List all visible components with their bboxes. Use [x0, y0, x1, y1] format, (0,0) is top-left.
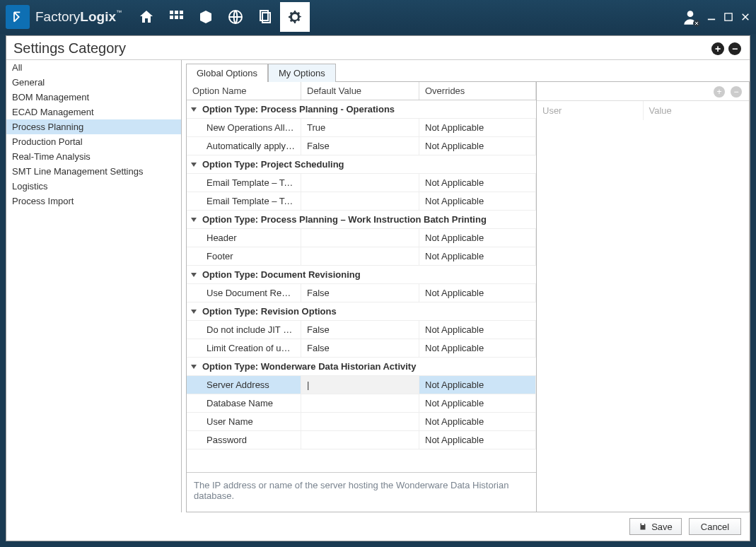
- cell-default-value[interactable]: False: [301, 284, 419, 302]
- sidebar-item[interactable]: Process Import: [6, 194, 181, 208]
- override-remove-button[interactable]: −: [731, 86, 742, 98]
- gear-icon[interactable]: [280, 2, 310, 32]
- option-row[interactable]: Automatically apply d...FalseNot Applica…: [187, 137, 536, 155]
- sidebar-item[interactable]: General: [6, 75, 181, 90]
- cell-default-value[interactable]: [301, 413, 419, 430]
- close-button[interactable]: [740, 12, 750, 22]
- cell-option-name: New Operations Allo...: [187, 119, 301, 136]
- option-row[interactable]: HeaderNot Applicable: [187, 229, 536, 247]
- home-icon[interactable]: [132, 2, 161, 32]
- cell-overrides: Not Applicable: [419, 376, 536, 394]
- cell-option-name: Footer: [187, 247, 301, 265]
- help-text: The IP address or name of the server hos…: [187, 472, 536, 512]
- content-row: AllGeneralBOM ManagementECAD ManagementP…: [6, 59, 750, 512]
- options-column: Option Name Default Value Overrides Opti…: [187, 82, 537, 512]
- override-add-button[interactable]: +: [714, 86, 725, 98]
- main-panel: Settings Category + − AllGeneralBOM Mana…: [6, 35, 750, 541]
- cell-overrides: Not Applicable: [419, 413, 536, 430]
- cell-default-value[interactable]: False: [301, 137, 419, 155]
- collapse-icon: [191, 271, 198, 278]
- tab-global-options[interactable]: Global Options: [186, 64, 268, 82]
- svg-rect-0: [170, 11, 173, 14]
- collapse-icon: [191, 106, 198, 113]
- option-row[interactable]: Do not include JIT Pr...FalseNot Applica…: [187, 321, 536, 339]
- cell-default-value[interactable]: False: [301, 321, 419, 339]
- grid-wrap: Option Name Default Value Overrides Opti…: [186, 81, 750, 512]
- sidebar-item[interactable]: SMT Line Management Settings: [6, 164, 181, 179]
- cell-default-value[interactable]: [301, 394, 419, 412]
- cell-overrides: Not Applicable: [419, 137, 536, 155]
- svg-rect-2: [180, 11, 183, 14]
- cell-overrides: Not Applicable: [419, 321, 536, 339]
- maximize-button[interactable]: [723, 12, 733, 22]
- cell-overrides: Not Applicable: [419, 339, 536, 357]
- group-header[interactable]: Option Type: Project Scheduling: [187, 155, 536, 174]
- group-header[interactable]: Option Type: Document Revisioning: [187, 266, 536, 284]
- cell-option-name: Automatically apply d...: [187, 137, 301, 155]
- option-row[interactable]: Limit Creation of unr...FalseNot Applica…: [187, 339, 536, 358]
- cell-option-name: Password: [187, 431, 301, 449]
- package-icon[interactable]: [191, 2, 221, 32]
- overrides-panel: + − User Value: [537, 82, 749, 512]
- col-option-name[interactable]: Option Name: [187, 82, 301, 100]
- sidebar-item[interactable]: All: [6, 60, 181, 75]
- tab-my-options[interactable]: My Options: [268, 64, 336, 82]
- sidebar-item[interactable]: ECAD Management: [6, 105, 181, 119]
- sidebar-item[interactable]: Production Portal: [6, 134, 181, 149]
- cell-default-value[interactable]: False: [301, 339, 419, 357]
- option-row[interactable]: New Operations Allo...TrueNot Applicable: [187, 119, 536, 137]
- cell-default-value[interactable]: [301, 431, 419, 449]
- cell-overrides: Not Applicable: [419, 431, 536, 449]
- cell-default-value[interactable]: [301, 174, 419, 192]
- cell-default-value[interactable]: [301, 376, 419, 394]
- user-icon[interactable]: [681, 8, 699, 26]
- group-header[interactable]: Option Type: Process Planning - Operatio…: [187, 100, 536, 119]
- panel-header: Settings Category + −: [6, 36, 750, 59]
- option-row[interactable]: Email Template – Task...Not Applicable: [187, 192, 536, 211]
- group-header[interactable]: Option Type: Wonderware Data Historian A…: [187, 358, 536, 376]
- cell-overrides: Not Applicable: [419, 174, 536, 192]
- option-row[interactable]: Email Template – Task...Not Applicable: [187, 174, 536, 192]
- svg-rect-12: [725, 13, 732, 20]
- document-icon[interactable]: [250, 2, 280, 32]
- add-button[interactable]: +: [711, 42, 724, 55]
- col-overrides[interactable]: Overrides: [419, 82, 536, 100]
- cell-option-name: Server Address: [187, 376, 301, 394]
- override-col-user[interactable]: User: [537, 101, 644, 120]
- option-row[interactable]: FooterNot Applicable: [187, 247, 536, 266]
- option-row[interactable]: PasswordNot Applicable: [187, 431, 536, 449]
- svg-rect-4: [175, 16, 178, 19]
- cell-default-value[interactable]: [301, 247, 419, 265]
- option-row[interactable]: Use Document Revisi...FalseNot Applicabl…: [187, 284, 536, 302]
- collapse-icon: [191, 161, 198, 168]
- override-col-value[interactable]: Value: [644, 101, 750, 120]
- globe-icon[interactable]: [221, 2, 250, 32]
- sidebar-item[interactable]: Real-Time Analysis: [6, 149, 181, 164]
- title-bar: FactoryLogix™: [0, 0, 756, 34]
- col-default-value[interactable]: Default Value: [301, 82, 419, 100]
- cell-option-name: Header: [187, 229, 301, 247]
- save-button[interactable]: Save: [629, 518, 682, 535]
- panel-title: Settings Category: [13, 40, 126, 57]
- option-row[interactable]: Server AddressNot Applicable: [187, 376, 536, 394]
- tabs: Global Options My Options: [186, 63, 750, 81]
- grid-icon[interactable]: [161, 2, 191, 32]
- cell-default-value[interactable]: True: [301, 119, 419, 136]
- cell-default-value[interactable]: [301, 229, 419, 247]
- option-row[interactable]: User NameNot Applicable: [187, 413, 536, 431]
- svg-rect-3: [170, 16, 173, 19]
- sidebar-item[interactable]: BOM Management: [6, 90, 181, 105]
- cell-default-value[interactable]: [301, 192, 419, 210]
- minimize-button[interactable]: [706, 12, 716, 22]
- remove-button[interactable]: −: [728, 42, 741, 55]
- cell-option-name: Database Name: [187, 394, 301, 412]
- cancel-button[interactable]: Cancel: [689, 518, 741, 535]
- cell-overrides: Not Applicable: [419, 229, 536, 247]
- option-row[interactable]: Database NameNot Applicable: [187, 394, 536, 413]
- sidebar-item[interactable]: Process Planning: [6, 119, 181, 134]
- group-header[interactable]: Option Type: Revision Options: [187, 302, 536, 321]
- sidebar-item[interactable]: Logistics: [6, 179, 181, 194]
- grid-body[interactable]: Option Type: Process Planning - Operatio…: [187, 100, 536, 472]
- collapse-icon: [191, 363, 198, 370]
- group-header[interactable]: Option Type: Process Planning – Work Ins…: [187, 211, 536, 229]
